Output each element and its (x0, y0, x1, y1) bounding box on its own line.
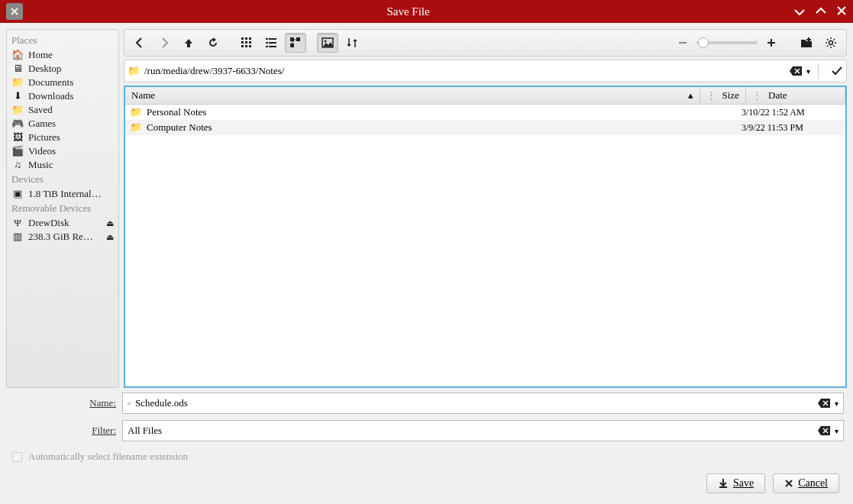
path-input[interactable] (144, 65, 785, 77)
sidebar-item-videos[interactable]: 🎬Videos (8, 144, 117, 158)
svg-rect-16 (296, 37, 300, 41)
svg-rect-2 (249, 37, 251, 40)
path-bar: 📁 ▾ (124, 60, 847, 82)
filename-input[interactable] (135, 397, 813, 409)
svg-rect-17 (290, 44, 294, 47)
sidebar-item-pictures[interactable]: 🖼Pictures (8, 131, 117, 144)
titlebar: Save File (0, 0, 853, 23)
file-list: Name▴ ⋮Size ⋮Date 📁Personal Notes 3/10/2… (124, 86, 847, 388)
svg-rect-13 (266, 46, 268, 47)
svg-rect-1 (245, 37, 247, 40)
toolbar (124, 29, 847, 57)
svg-rect-5 (249, 41, 251, 44)
column-date[interactable]: ⋮Date (746, 87, 845, 104)
disk-icon: ▣ (11, 188, 24, 200)
path-confirm-icon[interactable] (831, 65, 843, 77)
nav-up-button[interactable] (178, 33, 199, 53)
nav-forward-button (153, 33, 175, 53)
folder-icon: 📁 (128, 65, 140, 77)
filter-dropdown-icon[interactable]: ▾ (835, 427, 838, 435)
name-dropdown-icon[interactable]: ▾ (835, 399, 838, 408)
close-icon[interactable] (836, 5, 847, 18)
devices-heading: Devices (8, 172, 117, 187)
view-list-button[interactable] (260, 33, 282, 53)
removable-heading: Removable Devices (8, 201, 117, 216)
window-close-icon[interactable] (6, 3, 23, 20)
svg-rect-8 (249, 45, 251, 47)
games-icon: 🎮 (11, 118, 24, 130)
nav-back-button[interactable] (129, 33, 150, 53)
column-name[interactable]: Name▴ (125, 87, 700, 104)
minimize-icon[interactable] (793, 5, 806, 18)
folder-icon: 📁 (11, 104, 24, 116)
usb-icon: Ψ (11, 217, 24, 229)
save-icon (718, 478, 729, 489)
filter-input[interactable] (128, 425, 813, 437)
view-icons-button[interactable] (236, 33, 257, 53)
folder-icon: 📁 (11, 76, 24, 89)
sidebar-item-saved[interactable]: 📁Saved (8, 103, 117, 117)
clear-path-icon[interactable] (790, 66, 802, 76)
pictures-icon: 🖼 (11, 131, 24, 144)
svg-rect-7 (245, 45, 247, 47)
auto-extension-label: Automatically select filename extension (28, 451, 188, 463)
maximize-icon[interactable] (815, 5, 827, 18)
svg-rect-11 (266, 42, 268, 44)
sidebar-item-home[interactable]: 🏠Home (8, 48, 117, 62)
sidebar-item-downloads[interactable]: ⬇Downloads (8, 89, 117, 103)
sidebar-item-internal-disk[interactable]: ▣1.8 TiB Internal… (8, 187, 117, 201)
zoom-out-button[interactable] (672, 33, 693, 53)
download-icon: ⬇ (11, 90, 24, 102)
places-heading: Places (8, 33, 117, 48)
svg-point-19 (325, 40, 327, 43)
sidebar-item-games[interactable]: 🎮Games (8, 117, 117, 131)
path-dropdown-icon[interactable]: ▾ (806, 67, 810, 76)
file-row[interactable]: 📁Personal Notes 3/10/22 1:52 AM (125, 105, 845, 120)
filename-combo: ▫ ▾ (122, 393, 844, 414)
clear-filter-icon[interactable] (818, 426, 830, 435)
file-list-header: Name▴ ⋮Size ⋮Date (125, 87, 845, 105)
sidebar-item-documents[interactable]: 📁Documents (8, 76, 117, 89)
view-tree-button[interactable] (285, 33, 306, 53)
filter-combo[interactable]: ▾ (122, 420, 844, 441)
videos-icon: 🎬 (11, 145, 24, 157)
sort-button[interactable] (341, 33, 363, 53)
svg-rect-6 (241, 45, 244, 47)
folder-icon: 📁 (130, 121, 142, 134)
show-thumbnails-button[interactable] (317, 33, 338, 53)
file-icon: ▫ (128, 399, 131, 408)
eject-icon[interactable]: ⏏ (106, 218, 114, 228)
home-icon: 🏠 (11, 49, 24, 61)
svg-rect-12 (269, 42, 276, 44)
svg-rect-22 (771, 39, 772, 47)
cancel-icon (784, 479, 793, 488)
folder-icon: 📁 (130, 106, 142, 118)
desktop-icon: 🖥 (11, 63, 24, 75)
clear-name-icon[interactable] (818, 399, 830, 408)
file-row[interactable]: 📁Computer Notes 3/9/22 11:53 PM (125, 120, 845, 135)
new-folder-button[interactable] (796, 33, 817, 53)
sidebar-item-music[interactable]: ♫Music (8, 158, 117, 172)
svg-rect-20 (679, 42, 687, 44)
column-size[interactable]: ⋮Size (700, 87, 746, 104)
sidebar-item-desktop[interactable]: 🖥Desktop (8, 62, 117, 76)
svg-rect-24 (806, 39, 811, 40)
music-icon: ♫ (11, 159, 24, 171)
zoom-slider[interactable] (696, 41, 758, 44)
name-label: Name: (9, 397, 116, 409)
eject-icon[interactable]: ⏏ (106, 232, 114, 242)
save-button[interactable]: Save (706, 473, 765, 493)
cancel-button[interactable]: Cancel (773, 473, 839, 493)
zoom-in-button[interactable] (761, 33, 782, 53)
svg-rect-9 (266, 38, 268, 40)
svg-rect-14 (269, 46, 276, 47)
sidebar-item-drewdisk[interactable]: ΨDrewDisk⏏ (8, 216, 117, 230)
auto-extension-checkbox (12, 452, 22, 462)
svg-rect-3 (241, 41, 244, 44)
places-sidebar: Places 🏠Home 🖥Desktop 📁Documents ⬇Downlo… (6, 29, 119, 388)
svg-rect-15 (290, 37, 294, 41)
sd-icon: ▥ (11, 231, 24, 243)
sidebar-item-sdcard[interactable]: ▥238.3 GiB Re…⏏ (8, 230, 117, 244)
settings-button[interactable] (820, 33, 842, 53)
reload-button[interactable] (202, 33, 224, 53)
